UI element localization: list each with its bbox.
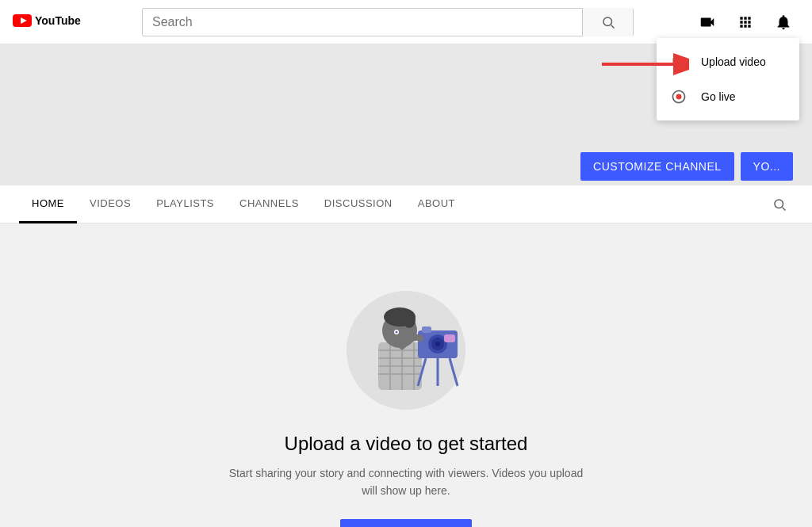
notifications-button[interactable] <box>768 6 799 38</box>
tab-about[interactable]: ABOUT <box>405 185 468 223</box>
search-input[interactable] <box>143 15 582 29</box>
go-live-label: Go live <box>701 90 736 103</box>
tab-discussion[interactable]: DISCUSSION <box>312 185 405 223</box>
upload-video-button[interactable]: UPLOAD VIDEO <box>340 519 471 527</box>
tab-videos[interactable]: VIDEOS <box>77 185 144 223</box>
youtube-logo: YouTube <box>13 13 84 29</box>
search-icon <box>601 15 615 29</box>
svg-text:YouTube: YouTube <box>35 14 81 27</box>
tab-channels[interactable]: CHANNELS <box>227 185 312 223</box>
upload-video-item[interactable]: Upload video <box>657 44 799 79</box>
header-center <box>84 8 691 36</box>
header-right <box>691 6 799 38</box>
customize-channel-button[interactable]: CUSTOMIZE CHANNEL <box>580 152 733 181</box>
go-live-item[interactable]: Go live <box>657 79 799 114</box>
upload-video-label: Upload video <box>701 55 766 68</box>
svg-point-8 <box>775 200 783 208</box>
tab-home[interactable]: HOME <box>19 185 77 223</box>
svg-point-3 <box>603 17 612 26</box>
bell-icon <box>775 13 792 31</box>
svg-point-6 <box>676 94 682 100</box>
upload-title: Upload a video to get started <box>285 433 528 455</box>
svg-rect-28 <box>422 327 431 333</box>
tab-search-button[interactable] <box>766 191 793 218</box>
svg-point-23 <box>396 331 398 334</box>
svg-rect-32 <box>444 334 455 342</box>
svg-line-4 <box>611 25 614 28</box>
header-left: YouTube <box>13 13 84 31</box>
upload-illustration <box>327 255 485 414</box>
search-container <box>142 8 634 36</box>
search-button[interactable] <box>582 8 633 36</box>
svg-point-21 <box>403 312 416 328</box>
tab-search-icon <box>772 197 787 212</box>
channel-actions: CUSTOMIZE CHANNEL YO... <box>0 147 812 185</box>
main-content: Upload a video to get started Start shar… <box>0 223 812 527</box>
tab-playlists[interactable]: PLAYLISTS <box>144 185 227 223</box>
create-button[interactable] <box>691 6 723 38</box>
upload-video-dropdown-icon <box>669 52 688 71</box>
your-channel-button[interactable]: YO... <box>741 152 793 181</box>
go-live-icon <box>669 87 688 106</box>
nav-tabs: HOME VIDEOS PLAYLISTS CHANNELS DISCUSSIO… <box>0 185 812 223</box>
apps-button[interactable] <box>730 6 761 38</box>
create-icon <box>699 13 716 31</box>
apps-icon <box>737 14 753 30</box>
dropdown-menu: Upload video Go live <box>657 38 799 120</box>
svg-line-9 <box>783 207 786 210</box>
upload-description: Start sharing your story and connecting … <box>224 464 588 500</box>
svg-point-27 <box>435 342 440 346</box>
